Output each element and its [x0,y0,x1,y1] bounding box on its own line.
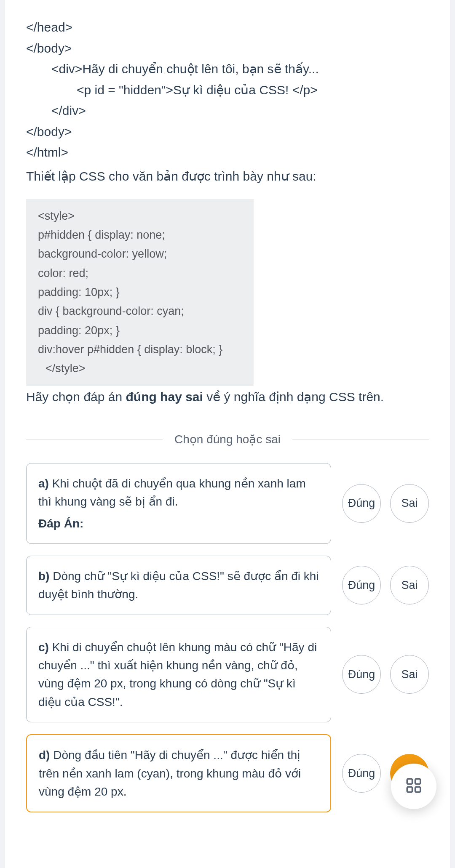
code-line: </body> [26,121,429,142]
false-button-b[interactable]: Sai [390,566,429,604]
code-line: </body> [26,38,429,59]
question-box-c[interactable]: c) Khi di chuyển chuột lên khung màu có … [26,627,331,723]
section-divider: Chọn đúng hoặc sai [5,432,450,446]
question-box-d[interactable]: d) Dòng đầu tiên "Hãy di chuyển ..." đượ… [26,734,331,812]
svg-rect-2 [407,787,412,792]
question-box-b[interactable]: b) Dòng chữ "Sự kì diệu của CSS!" sẽ đượ… [26,556,331,615]
code-line: div:hover p#hidden { display: block; } [38,340,242,359]
true-button-b[interactable]: Đúng [342,566,381,604]
divider-line [292,439,429,439]
divider-line [26,439,163,439]
svg-rect-3 [415,787,420,792]
question-row-c: c) Khi di chuyển chuột lên khung màu có … [26,627,429,723]
question-label: a) [38,477,49,490]
answer-buttons: Đúng Sai [342,566,429,604]
instruction-text: Hãy chọn đáp án đúng hay sai về ý nghĩa … [26,387,429,407]
code-line: </head> [26,17,429,38]
true-button-d[interactable]: Đúng [342,754,381,793]
question-row-d: d) Dòng đầu tiên "Hãy di chuyển ..." đượ… [26,734,429,812]
instruction-prefix: Hãy chọn đáp án [26,390,126,404]
question-label: b) [38,570,49,583]
code-line: <p id = "hidden">Sự kì diệu của CSS! </p… [26,80,429,101]
code-line: <div>Hãy di chuyển chuột lên tôi, bạn sẽ… [26,59,429,80]
question-box-a[interactable]: a) Khi chuột đã di chuyển qua khung nền … [26,463,331,544]
true-button-c[interactable]: Đúng [342,655,381,694]
question-text: Khi di chuyển chuột lên khung màu có chữ… [38,641,317,708]
question-text: Dòng chữ "Sự kì diệu của CSS!" sẽ được ẩ… [38,570,319,601]
question-row-a: a) Khi chuột đã di chuyển qua khung nền … [26,463,429,544]
question-label: d) [39,748,50,761]
instruction-bold: đúng hay sai [126,390,203,404]
code-line: </html> [26,142,429,163]
instruction-suffix: về ý nghĩa định dạng CSS trên. [203,390,384,404]
code-line: background-color: yellow; [38,245,242,264]
code-line: </div> [26,100,429,121]
content-card: </head> </body> <div>Hãy di chuyển chuột… [5,0,450,868]
svg-rect-1 [415,779,420,784]
answer-label: Đáp Án: [38,514,319,533]
code-line: color: red; [38,264,242,283]
divider-label: Chọn đúng hoặc sai [163,432,292,446]
question-text: Khi chuột đã di chuyển qua khung nền xan… [38,477,306,508]
answer-buttons: Đúng Sai [342,655,429,694]
code-line: </style> [38,359,242,378]
code-line: <style> [38,207,242,226]
grid-icon [405,777,423,796]
grid-menu-fab[interactable] [391,764,436,809]
code-line: p#hidden { display: none; [38,226,242,245]
question-label: c) [38,641,49,654]
question-text: Dòng đầu tiên "Hãy di chuyển ..." được h… [39,748,301,798]
question-row-b: b) Dòng chữ "Sự kì diệu của CSS!" sẽ đượ… [26,556,429,615]
code-line: padding: 20px; } [38,321,242,340]
html-code-block: </head> </body> <div>Hãy di chuyển chuột… [26,17,429,163]
css-code-block: <style> p#hidden { display: none; backgr… [26,199,254,386]
code-line: div { background-color: cyan; [38,302,242,321]
svg-rect-0 [407,779,412,784]
code-line: padding: 10px; } [38,283,242,302]
true-button-a[interactable]: Đúng [342,484,381,523]
false-button-a[interactable]: Sai [390,484,429,523]
false-button-c[interactable]: Sai [390,655,429,694]
answer-buttons: Đúng Sai [342,484,429,523]
description-text: Thiết lập CSS cho văn bản được trình bày… [26,166,429,186]
